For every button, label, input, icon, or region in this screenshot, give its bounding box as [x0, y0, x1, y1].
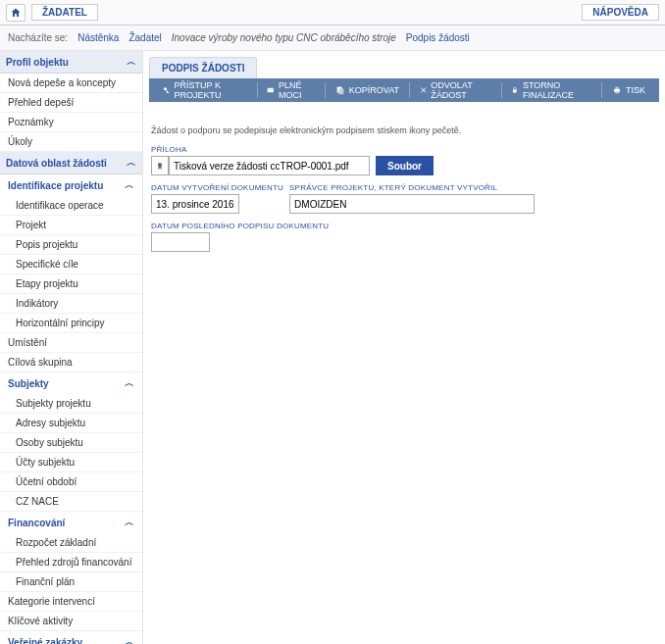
breadcrumb: Nacházíte se: Nástěnka Žadatel Inovace v…: [0, 25, 665, 51]
sidebar-item[interactable]: CZ NACE: [0, 492, 142, 512]
toolbar-label: ODVOLAT ŽÁDOST: [431, 80, 490, 100]
sidebar-item[interactable]: Subjekty projektu: [0, 394, 142, 414]
sidebar: Profil objektu ︿ Nová depeše a koncepty …: [0, 51, 143, 644]
section-label: Profil objektu: [6, 57, 69, 68]
sidebar-item[interactable]: Projekt: [0, 216, 142, 235]
sidebar-subheader[interactable]: Identifikace projektu ︿: [0, 174, 142, 196]
x-icon: [420, 85, 428, 95]
home-button[interactable]: [6, 4, 26, 22]
form-note: Žádost o podporu se podepisuje elektroni…: [151, 125, 657, 135]
sidebar-item[interactable]: Indikátory: [0, 294, 142, 314]
sidebar-item[interactable]: Popis projektu: [0, 235, 142, 255]
sign-date-label: DATUM POSLEDNÍHO PODPISU DOKUMENTU: [151, 222, 329, 230]
chevron-up-icon: ︿: [125, 635, 134, 644]
toolbar-label: PŘÍSTUP K PROJEKTU: [175, 80, 247, 100]
chevron-up-icon: ︿: [125, 376, 134, 390]
sidebar-item[interactable]: Osoby subjektu: [0, 433, 142, 453]
subheader-label: Financování: [8, 518, 65, 528]
toolbar-revoke-button[interactable]: ODVOLAT ŽÁDOST: [412, 78, 499, 102]
chevron-up-icon: ︿: [125, 516, 134, 529]
svg-rect-7: [615, 91, 618, 93]
seal-button[interactable]: [151, 156, 169, 175]
subheader-label: Subjekty: [8, 378, 49, 389]
breadcrumb-item[interactable]: Nástěnka: [77, 32, 119, 43]
toolbar: PŘÍSTUP K PROJEKTU PLNÉ MOCI KOPÍROVAT O…: [149, 78, 659, 102]
seal-icon: [155, 161, 165, 171]
attachment-label: PŘÍLOHA: [151, 145, 370, 154]
chevron-up-icon: ︿: [127, 156, 136, 170]
toolbar-powers-button[interactable]: PLNÉ MOCI: [259, 78, 323, 102]
sidebar-item[interactable]: Účetní období: [0, 472, 142, 492]
svg-rect-6: [615, 87, 618, 89]
attachment-input[interactable]: [169, 156, 370, 175]
zadatel-button[interactable]: ŽADATEL: [31, 4, 98, 21]
key-icon: [163, 85, 171, 95]
sidebar-subheader[interactable]: Financování ︿: [0, 512, 142, 533]
tab-podpis[interactable]: PODPIS ŽÁDOSTI: [149, 57, 257, 78]
sidebar-subheader[interactable]: Subjekty ︿: [0, 372, 142, 394]
date-label: DATUM VYTVOŘENÍ DOKUMENTU: [151, 183, 283, 192]
subheader-label: Identifikace projektu: [8, 180, 103, 191]
toolbar-copy-button[interactable]: KOPÍROVAT: [328, 78, 407, 102]
sidebar-item[interactable]: Cílová skupina: [0, 353, 142, 372]
form-area: Žádost o podporu se podepisuje elektroni…: [143, 102, 665, 270]
sidebar-section-profile[interactable]: Profil objektu ︿: [0, 51, 142, 74]
sidebar-subheader[interactable]: Veřejné zakázky ︿: [0, 631, 142, 644]
sidebar-item[interactable]: Horizontální principy: [0, 314, 142, 333]
sidebar-item[interactable]: Přehled zdrojů financování: [0, 553, 142, 572]
chevron-up-icon: ︿: [125, 178, 134, 192]
manager-label: SPRÁVCE PROJEKTU, KTERÝ DOKUMENT VYTVOŘI…: [289, 183, 535, 192]
toolbar-label: PLNÉ MOCI: [279, 80, 315, 100]
toolbar-label: TISK: [626, 85, 645, 95]
toolbar-label: STORNO FINALIZACE: [523, 80, 591, 100]
sidebar-section-data[interactable]: Datová oblast žádosti ︿: [0, 152, 142, 174]
lock-icon: [511, 85, 519, 95]
sidebar-item[interactable]: Nová depeše a koncepty: [0, 74, 142, 93]
svg-rect-3: [338, 88, 343, 94]
sidebar-item[interactable]: Klíčové aktivity: [0, 612, 142, 631]
sidebar-item[interactable]: Kategorie intervencí: [0, 592, 142, 612]
section-label: Datová oblast žádosti: [6, 158, 107, 169]
sidebar-item[interactable]: Adresy subjektu: [0, 414, 142, 433]
breadcrumb-item[interactable]: Žadatel: [128, 32, 161, 43]
toolbar-print-button[interactable]: TISK: [604, 78, 653, 102]
separator: [601, 82, 602, 98]
file-button[interactable]: Soubor: [376, 156, 434, 175]
toolbar-cancel-final-button[interactable]: STORNO FINALIZACE: [503, 78, 599, 102]
chevron-up-icon: ︿: [127, 55, 136, 69]
separator: [409, 82, 410, 98]
sidebar-item[interactable]: Úkoly: [0, 132, 142, 152]
svg-rect-4: [513, 89, 517, 92]
sidebar-item[interactable]: Přehled depeší: [0, 93, 142, 113]
separator: [325, 82, 326, 98]
separator: [257, 82, 258, 98]
print-icon: [612, 85, 622, 95]
sidebar-item[interactable]: Specifické cíle: [0, 255, 142, 274]
separator: [501, 82, 502, 98]
content-area: PODPIS ŽÁDOSTI PŘÍSTUP K PROJEKTU PLNÉ M…: [143, 51, 665, 644]
envelope-icon: [267, 85, 275, 95]
sign-date-input[interactable]: [151, 232, 210, 252]
breadcrumb-project[interactable]: Inovace výroby nového typu CNC obráběcíh…: [172, 32, 396, 43]
sidebar-item[interactable]: Účty subjektu: [0, 453, 142, 472]
sidebar-item[interactable]: Rozpočet základní: [0, 533, 142, 553]
sidebar-item[interactable]: Umístění: [0, 333, 142, 353]
sidebar-item[interactable]: Identifikace operace: [0, 196, 142, 216]
svg-point-0: [164, 87, 167, 90]
subheader-label: Veřejné zakázky: [8, 637, 82, 645]
sidebar-item[interactable]: Finanční plán: [0, 572, 142, 592]
sidebar-item[interactable]: Poznámky: [0, 113, 142, 132]
toolbar-access-button[interactable]: PŘÍSTUP K PROJEKTU: [155, 78, 255, 102]
toolbar-label: KOPÍROVAT: [349, 85, 399, 95]
home-icon: [10, 7, 22, 19]
copy-icon: [335, 85, 345, 95]
sidebar-item[interactable]: Etapy projektu: [0, 274, 142, 294]
date-input[interactable]: [151, 194, 239, 214]
svg-point-8: [158, 163, 162, 167]
breadcrumb-label: Nacházíte se:: [8, 32, 68, 43]
topbar: ŽADATEL NÁPOVĚDA: [0, 0, 665, 25]
breadcrumb-page[interactable]: Podpis žádosti: [406, 32, 470, 43]
manager-input[interactable]: [289, 194, 535, 214]
help-button[interactable]: NÁPOVĚDA: [582, 4, 659, 21]
